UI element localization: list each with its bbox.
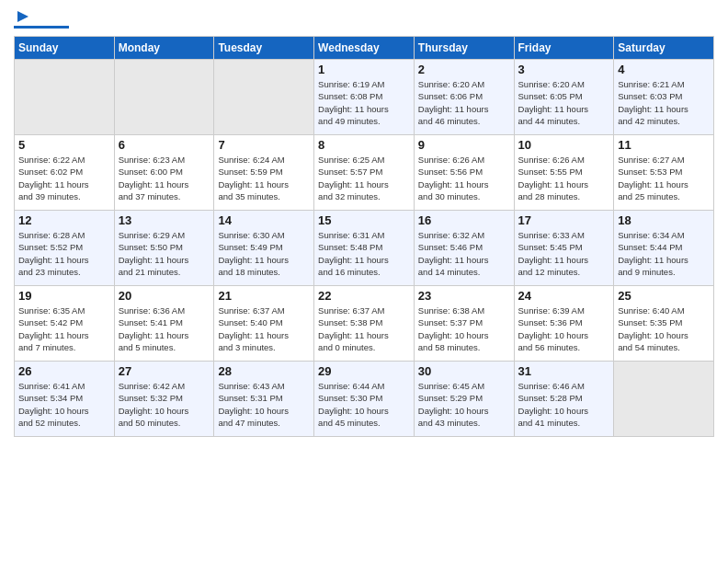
calendar-cell: 26Sunrise: 6:41 AM Sunset: 5:34 PM Dayli… <box>15 362 115 437</box>
day-number: 10 <box>518 138 610 152</box>
calendar-cell: 17Sunrise: 6:33 AM Sunset: 5:45 PM Dayli… <box>514 211 614 286</box>
day-info: Sunrise: 6:24 AM Sunset: 5:59 PM Dayligh… <box>218 154 310 202</box>
day-info: Sunrise: 6:28 AM Sunset: 5:52 PM Dayligh… <box>18 229 110 278</box>
weekday-header: Tuesday <box>214 37 314 60</box>
day-number: 3 <box>518 63 610 76</box>
day-info: Sunrise: 6:39 AM Sunset: 5:36 PM Dayligh… <box>518 304 610 353</box>
day-number: 19 <box>18 289 110 303</box>
day-number: 1 <box>318 63 410 76</box>
day-number: 25 <box>618 289 710 303</box>
calendar-cell: 6Sunrise: 6:23 AM Sunset: 6:00 PM Daylig… <box>114 135 214 211</box>
day-info: Sunrise: 6:45 AM Sunset: 5:29 PM Dayligh… <box>418 380 510 429</box>
weekday-header: Wednesday <box>314 37 415 60</box>
day-number: 2 <box>418 63 510 76</box>
day-number: 16 <box>418 213 510 227</box>
day-number: 15 <box>318 213 410 227</box>
day-number: 22 <box>318 289 410 303</box>
calendar-cell: 25Sunrise: 6:40 AM Sunset: 5:35 PM Dayli… <box>614 286 714 362</box>
day-info: Sunrise: 6:34 AM Sunset: 5:44 PM Dayligh… <box>618 229 710 278</box>
calendar-cell: 14Sunrise: 6:30 AM Sunset: 5:49 PM Dayli… <box>214 211 314 286</box>
day-number: 17 <box>518 213 610 227</box>
day-number: 27 <box>119 364 210 378</box>
weekday-header: Sunday <box>15 37 115 60</box>
logo <box>14 9 69 29</box>
day-info: Sunrise: 6:19 AM Sunset: 6:08 PM Dayligh… <box>318 78 410 127</box>
day-number: 20 <box>119 289 210 303</box>
svg-marker-0 <box>17 11 28 22</box>
day-info: Sunrise: 6:29 AM Sunset: 5:50 PM Dayligh… <box>119 229 210 278</box>
calendar-cell: 20Sunrise: 6:36 AM Sunset: 5:41 PM Dayli… <box>114 286 214 362</box>
day-info: Sunrise: 6:20 AM Sunset: 6:05 PM Dayligh… <box>518 78 610 127</box>
calendar-cell: 29Sunrise: 6:44 AM Sunset: 5:30 PM Dayli… <box>314 362 415 437</box>
day-info: Sunrise: 6:20 AM Sunset: 6:06 PM Dayligh… <box>418 78 510 127</box>
day-info: Sunrise: 6:35 AM Sunset: 5:42 PM Dayligh… <box>18 304 110 353</box>
day-info: Sunrise: 6:33 AM Sunset: 5:45 PM Dayligh… <box>518 229 610 278</box>
day-info: Sunrise: 6:25 AM Sunset: 5:57 PM Dayligh… <box>318 154 410 202</box>
calendar-cell <box>214 60 314 135</box>
logo-arrow-icon <box>16 9 30 24</box>
day-number: 11 <box>618 138 710 152</box>
calendar-cell <box>15 60 115 135</box>
day-info: Sunrise: 6:23 AM Sunset: 6:00 PM Dayligh… <box>119 154 210 202</box>
day-number: 30 <box>418 364 510 378</box>
calendar-cell: 28Sunrise: 6:43 AM Sunset: 5:31 PM Dayli… <box>214 362 314 437</box>
calendar-cell: 13Sunrise: 6:29 AM Sunset: 5:50 PM Dayli… <box>114 211 214 286</box>
weekday-header: Friday <box>514 37 614 60</box>
day-info: Sunrise: 6:46 AM Sunset: 5:28 PM Dayligh… <box>518 380 610 429</box>
calendar-cell: 1Sunrise: 6:19 AM Sunset: 6:08 PM Daylig… <box>314 60 415 135</box>
day-info: Sunrise: 6:36 AM Sunset: 5:41 PM Dayligh… <box>119 304 210 353</box>
calendar-cell: 22Sunrise: 6:37 AM Sunset: 5:38 PM Dayli… <box>314 286 415 362</box>
calendar-cell: 15Sunrise: 6:31 AM Sunset: 5:48 PM Dayli… <box>314 211 415 286</box>
calendar-cell <box>114 60 214 135</box>
calendar-cell: 4Sunrise: 6:21 AM Sunset: 6:03 PM Daylig… <box>614 60 714 135</box>
calendar-cell: 19Sunrise: 6:35 AM Sunset: 5:42 PM Dayli… <box>15 286 115 362</box>
day-info: Sunrise: 6:42 AM Sunset: 5:32 PM Dayligh… <box>119 380 210 429</box>
day-info: Sunrise: 6:41 AM Sunset: 5:34 PM Dayligh… <box>18 380 110 429</box>
calendar-cell: 27Sunrise: 6:42 AM Sunset: 5:32 PM Dayli… <box>114 362 214 437</box>
page-container: SundayMondayTuesdayWednesdayThursdayFrid… <box>0 0 728 563</box>
day-number: 31 <box>518 364 610 378</box>
day-number: 6 <box>119 138 210 152</box>
day-info: Sunrise: 6:22 AM Sunset: 6:02 PM Dayligh… <box>18 154 110 202</box>
day-number: 21 <box>218 289 310 303</box>
day-number: 28 <box>218 364 310 378</box>
weekday-header: Monday <box>114 37 214 60</box>
header <box>14 9 714 29</box>
calendar-cell: 2Sunrise: 6:20 AM Sunset: 6:06 PM Daylig… <box>414 60 514 135</box>
day-number: 23 <box>418 289 510 303</box>
calendar-week-row: 26Sunrise: 6:41 AM Sunset: 5:34 PM Dayli… <box>15 362 714 437</box>
calendar-cell: 9Sunrise: 6:26 AM Sunset: 5:56 PM Daylig… <box>414 135 514 211</box>
day-number: 13 <box>119 213 210 227</box>
calendar-cell: 24Sunrise: 6:39 AM Sunset: 5:36 PM Dayli… <box>514 286 614 362</box>
calendar-header-row: SundayMondayTuesdayWednesdayThursdayFrid… <box>15 37 714 60</box>
calendar-cell: 18Sunrise: 6:34 AM Sunset: 5:44 PM Dayli… <box>614 211 714 286</box>
calendar-cell: 31Sunrise: 6:46 AM Sunset: 5:28 PM Dayli… <box>514 362 614 437</box>
day-info: Sunrise: 6:38 AM Sunset: 5:37 PM Dayligh… <box>418 304 510 353</box>
calendar-cell: 12Sunrise: 6:28 AM Sunset: 5:52 PM Dayli… <box>15 211 115 286</box>
day-number: 18 <box>618 213 710 227</box>
day-number: 12 <box>18 213 110 227</box>
day-number: 9 <box>418 138 510 152</box>
day-info: Sunrise: 6:21 AM Sunset: 6:03 PM Dayligh… <box>618 78 710 127</box>
day-info: Sunrise: 6:26 AM Sunset: 5:55 PM Dayligh… <box>518 154 610 202</box>
day-number: 29 <box>318 364 410 378</box>
day-info: Sunrise: 6:43 AM Sunset: 5:31 PM Dayligh… <box>218 380 310 429</box>
calendar-week-row: 12Sunrise: 6:28 AM Sunset: 5:52 PM Dayli… <box>15 211 714 286</box>
day-number: 7 <box>218 138 310 152</box>
day-info: Sunrise: 6:37 AM Sunset: 5:40 PM Dayligh… <box>218 304 310 353</box>
calendar-cell: 5Sunrise: 6:22 AM Sunset: 6:02 PM Daylig… <box>15 135 115 211</box>
calendar-cell: 23Sunrise: 6:38 AM Sunset: 5:37 PM Dayli… <box>414 286 514 362</box>
calendar-week-row: 5Sunrise: 6:22 AM Sunset: 6:02 PM Daylig… <box>15 135 714 211</box>
calendar-cell: 8Sunrise: 6:25 AM Sunset: 5:57 PM Daylig… <box>314 135 415 211</box>
day-number: 5 <box>18 138 110 152</box>
calendar-cell: 7Sunrise: 6:24 AM Sunset: 5:59 PM Daylig… <box>214 135 314 211</box>
calendar-cell: 11Sunrise: 6:27 AM Sunset: 5:53 PM Dayli… <box>614 135 714 211</box>
day-info: Sunrise: 6:37 AM Sunset: 5:38 PM Dayligh… <box>318 304 410 353</box>
calendar-cell: 3Sunrise: 6:20 AM Sunset: 6:05 PM Daylig… <box>514 60 614 135</box>
calendar-cell: 16Sunrise: 6:32 AM Sunset: 5:46 PM Dayli… <box>414 211 514 286</box>
calendar-cell: 30Sunrise: 6:45 AM Sunset: 5:29 PM Dayli… <box>414 362 514 437</box>
day-info: Sunrise: 6:40 AM Sunset: 5:35 PM Dayligh… <box>618 304 710 353</box>
day-info: Sunrise: 6:31 AM Sunset: 5:48 PM Dayligh… <box>318 229 410 278</box>
calendar-cell <box>614 362 714 437</box>
day-number: 4 <box>618 63 710 76</box>
